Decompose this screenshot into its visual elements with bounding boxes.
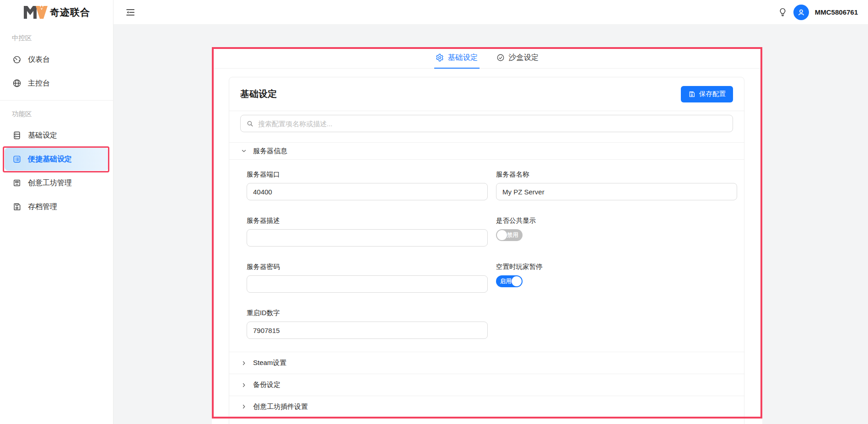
field-pause-when-empty: 空置时玩家暂停 启用 <box>496 263 737 293</box>
server-info-form: 服务器端口 服务器名称 服务器描述 是否公共显示 禁用 <box>229 160 744 352</box>
section-title: Steam设置 <box>253 359 286 367</box>
theme-bulb-button[interactable] <box>778 7 787 17</box>
server-password-input[interactable] <box>247 275 488 293</box>
search-box <box>240 115 733 132</box>
section-workshop-plugin-settings[interactable]: 创意工坊插件设置 <box>229 396 744 418</box>
pause-empty-toggle[interactable]: 启用 <box>496 275 523 287</box>
search-icon <box>246 120 254 128</box>
section-backup-settings[interactable]: 备份设定 <box>229 374 744 396</box>
sidebar-item-label: 存档管理 <box>28 202 57 212</box>
content-panel: 基础设定 沙盒设定 基础设定 保存配置 <box>212 47 762 424</box>
sidebar-item-label: 创意工坊管理 <box>28 178 72 188</box>
field-public-visibility: 是否公共显示 禁用 <box>496 216 737 247</box>
header-right-group: MMC5806761 <box>778 5 858 20</box>
gear-icon <box>436 54 444 62</box>
save-button-label: 保存配置 <box>699 90 726 98</box>
sidebar-item-workshop-management[interactable]: 创意工坊管理 <box>5 172 108 194</box>
sidebar-item-label: 仪表台 <box>28 55 50 64</box>
logo-mv-icon <box>23 5 48 20</box>
settings-card: 基础设定 保存配置 <box>229 77 744 424</box>
save-icon <box>12 202 22 211</box>
sidebar-item-quick-base-settings[interactable]: 便捷基础设定 <box>5 148 108 171</box>
search-row <box>229 111 744 142</box>
reset-id-input[interactable] <box>247 322 488 339</box>
field-server-name: 服务器名称 <box>496 170 737 200</box>
chevron-right-icon <box>241 360 247 366</box>
app-logo: 奇迹联合 <box>0 0 113 25</box>
field-label: 空置时玩家暂停 <box>496 263 737 271</box>
server-description-input[interactable] <box>247 229 488 247</box>
settings-tabbar: 基础设定 沙盒设定 <box>212 47 762 69</box>
checklist-icon <box>12 155 22 164</box>
field-label: 服务器端口 <box>247 170 488 179</box>
sidebar-item-dashboard[interactable]: 仪表台 <box>5 48 108 71</box>
field-label: 服务器描述 <box>247 216 488 225</box>
sidebar-item-archive-management[interactable]: 存档管理 <box>5 195 108 218</box>
server-port-input[interactable] <box>247 183 488 200</box>
server-name-input[interactable] <box>496 183 737 200</box>
section-server-info[interactable]: 服务器信息 <box>229 142 744 160</box>
sidebar-item-label: 主控台 <box>28 79 50 88</box>
chevron-down-icon <box>241 148 247 154</box>
tab-sandbox-settings[interactable]: 沙盒设定 <box>495 47 540 68</box>
field-label: 服务器密码 <box>247 263 488 271</box>
sidebar-item-base-settings[interactable]: 基础设定 <box>5 124 108 147</box>
card-header: 基础设定 保存配置 <box>229 77 744 111</box>
save-icon <box>688 91 695 98</box>
sidebar-group-label-functions: 功能区 <box>12 110 113 118</box>
toggle-knob <box>512 276 522 286</box>
sidebar-group-label-control: 中控区 <box>12 34 113 43</box>
section-title: 服务器信息 <box>253 147 287 156</box>
config-search-input[interactable] <box>241 119 733 128</box>
field-label: 服务器名称 <box>496 170 737 179</box>
sidebar: 奇迹联合 中控区 仪表台 主控台 功能区 基础设定 便捷基础设定 <box>0 0 113 424</box>
main-area: 基础设定 沙盒设定 基础设定 保存配置 <box>113 25 868 424</box>
workshop-icon <box>12 178 22 188</box>
user-icon <box>797 8 806 17</box>
check-circle-icon <box>496 54 505 62</box>
menu-fold-icon <box>125 7 135 17</box>
toggle-state-label: 启用 <box>500 278 512 285</box>
save-config-button[interactable]: 保存配置 <box>681 86 733 102</box>
chevron-right-icon <box>241 382 247 388</box>
section-title: 创意工坊插件设置 <box>253 403 308 411</box>
field-server-port: 服务器端口 <box>247 170 488 200</box>
public-visibility-toggle[interactable]: 禁用 <box>496 229 523 241</box>
tab-base-settings[interactable]: 基础设定 <box>434 47 480 68</box>
username-label: MMC5806761 <box>815 8 858 16</box>
field-server-description: 服务器描述 <box>247 216 488 247</box>
server-icon <box>12 131 22 140</box>
toggle-knob <box>497 230 507 240</box>
chevron-right-icon <box>241 403 247 410</box>
field-label: 重启ID数字 <box>247 309 488 317</box>
top-header: MMC5806761 <box>113 0 868 25</box>
section-title: 备份设定 <box>253 381 280 389</box>
dashboard-icon <box>12 55 22 64</box>
toggle-state-label: 禁用 <box>507 231 518 239</box>
sidebar-item-label: 便捷基础设定 <box>28 155 72 164</box>
field-label: 是否公共显示 <box>496 216 737 225</box>
tab-label: 沙盒设定 <box>509 53 539 63</box>
user-avatar[interactable] <box>793 5 809 20</box>
page-title: 基础设定 <box>240 88 277 100</box>
globe-icon <box>12 79 22 88</box>
bulb-icon <box>778 7 787 17</box>
sidebar-item-label: 基础设定 <box>28 131 57 140</box>
field-empty-cell <box>496 309 737 339</box>
section-steam-settings[interactable]: Steam设置 <box>229 352 744 374</box>
field-server-password: 服务器密码 <box>247 263 488 293</box>
sidebar-divider <box>0 100 113 101</box>
field-reset-id: 重启ID数字 <box>247 309 488 339</box>
sidebar-item-console[interactable]: 主控台 <box>5 72 108 95</box>
sidebar-collapse-button[interactable] <box>125 7 135 17</box>
logo-text: 奇迹联合 <box>50 6 90 19</box>
tab-label: 基础设定 <box>448 53 478 63</box>
